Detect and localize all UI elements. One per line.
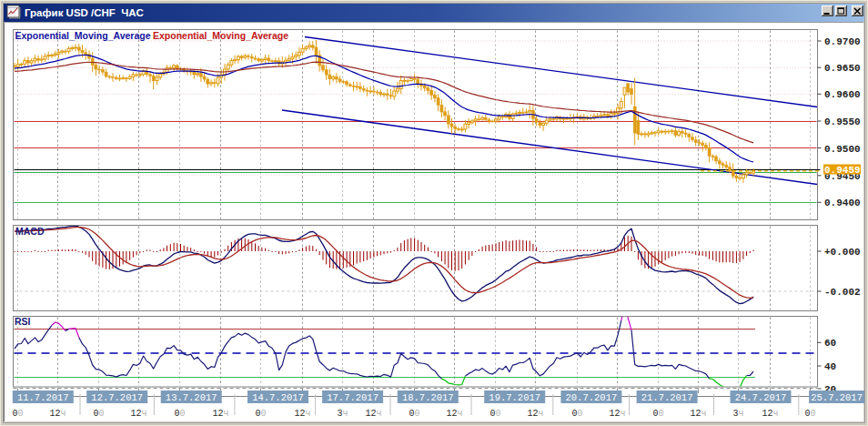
svg-text:12ч: 12ч (366, 409, 382, 419)
svg-text:00: 00 (256, 409, 267, 419)
svg-text:00: 00 (175, 409, 186, 419)
svg-text:14.7.2017: 14.7.2017 (252, 392, 304, 403)
svg-text:21.7.2017: 21.7.2017 (641, 392, 693, 403)
svg-text:00: 00 (572, 409, 583, 419)
svg-text:20.7.2017: 20.7.2017 (566, 392, 618, 403)
svg-text:0.9500: 0.9500 (824, 144, 861, 155)
svg-text:40: 40 (824, 361, 836, 372)
svg-text:19.7.2017: 19.7.2017 (489, 392, 540, 403)
svg-text:Exponential_Moving_Average: Exponential_Moving_Average (153, 30, 288, 41)
svg-text:00: 00 (805, 409, 816, 419)
svg-text:RSI: RSI (15, 316, 31, 327)
svg-text:12ч: 12ч (610, 409, 626, 419)
svg-text:0.9650: 0.9650 (824, 63, 861, 74)
svg-text:24.7.2017: 24.7.2017 (735, 392, 787, 403)
svg-text:00: 00 (94, 409, 105, 419)
svg-text:12ч: 12ч (528, 409, 544, 419)
svg-text:+0.000: +0.000 (824, 247, 861, 258)
svg-text:MACD: MACD (15, 226, 45, 237)
svg-text:00: 00 (409, 409, 420, 419)
svg-text:0.9459: 0.9459 (824, 165, 861, 176)
svg-text:18.7.2017: 18.7.2017 (402, 392, 454, 403)
svg-text:00: 00 (490, 409, 501, 419)
svg-text:График USD /CHF ЧАС: График USD /CHF ЧАС (25, 7, 144, 18)
svg-text:0.9700: 0.9700 (824, 36, 861, 47)
svg-text:3ч: 3ч (338, 409, 348, 419)
svg-text:11.7.2017: 11.7.2017 (17, 392, 69, 403)
svg-text:0.9550: 0.9550 (824, 117, 861, 127)
svg-text:12ч: 12ч (295, 409, 311, 419)
svg-text:3ч: 3ч (733, 409, 744, 419)
svg-text:17.7.2017: 17.7.2017 (327, 392, 378, 403)
svg-text:12ч: 12ч (447, 409, 463, 419)
svg-text:60: 60 (824, 338, 836, 349)
svg-text:00: 00 (653, 409, 664, 419)
svg-text:12ч: 12ч (131, 409, 147, 419)
svg-text:25.7.2017: 25.7.2017 (811, 392, 863, 403)
svg-text:0.9600: 0.9600 (824, 89, 861, 100)
svg-text:Exponential_Moving_Average: Exponential_Moving_Average (15, 30, 151, 41)
svg-text:00: 00 (13, 409, 24, 419)
svg-text:12ч: 12ч (213, 409, 229, 419)
svg-text:12ч: 12ч (762, 409, 779, 419)
svg-text:12ч: 12ч (50, 409, 66, 419)
svg-text:12.7.2017: 12.7.2017 (91, 392, 143, 403)
svg-text:12ч: 12ч (691, 409, 707, 419)
svg-text:0.9400: 0.9400 (824, 198, 861, 208)
svg-text:13.7.2017: 13.7.2017 (166, 392, 217, 403)
svg-text:-0.002: -0.002 (824, 287, 861, 298)
